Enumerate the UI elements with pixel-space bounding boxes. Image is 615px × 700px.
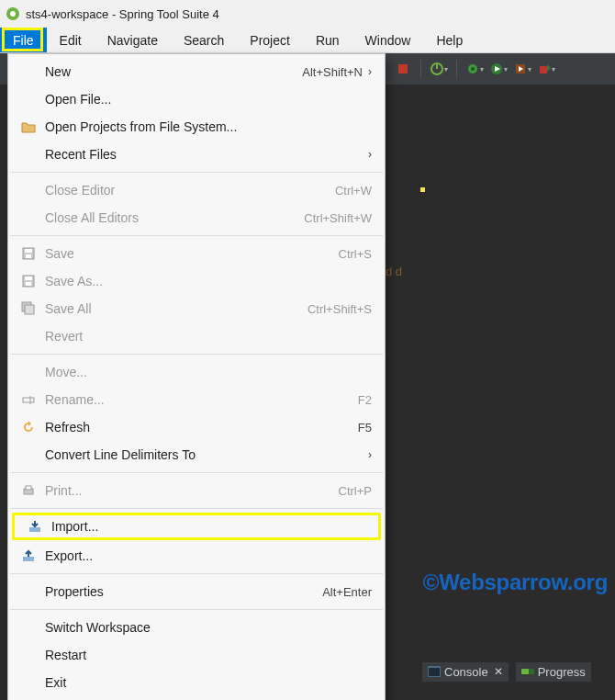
editor-hint-text: d d — [386, 265, 402, 278]
toolbar-separator — [420, 60, 421, 78]
svg-rect-16 — [521, 669, 529, 674]
menu-item-label: Save As... — [45, 274, 372, 288]
menu-item-label: New — [45, 64, 302, 79]
menu-item-switch-workspace[interactable]: Switch Workspace — [8, 614, 385, 641]
rename-icon — [17, 392, 39, 407]
saveall-icon — [17, 301, 39, 316]
external-tools-icon[interactable]: ▾ — [536, 59, 556, 79]
svg-marker-12 — [547, 64, 551, 72]
app-icon — [6, 6, 20, 21]
svg-point-6 — [471, 67, 475, 71]
menu-item-export[interactable]: Export... — [8, 542, 385, 570]
save-icon — [17, 274, 39, 288]
menu-item-revert: Revert — [8, 322, 385, 350]
menu-bar: File Edit Navigate Search Project Run Wi… — [0, 28, 615, 53]
menu-item-accelerator: Ctrl+S — [339, 247, 372, 261]
svg-rect-2 — [398, 64, 408, 73]
menu-project[interactable]: Project — [237, 28, 303, 52]
run-icon[interactable]: ▾ — [488, 59, 509, 79]
menu-item-label: Save All — [45, 301, 308, 316]
toolbar-separator — [456, 60, 457, 78]
menu-item-exit[interactable]: Exit — [8, 669, 385, 696]
menu-item-label: Revert — [45, 329, 372, 344]
menu-item-label: Refresh — [45, 420, 358, 435]
title-bar: sts4-workspace - Spring Tool Suite 4 — [0, 0, 615, 28]
svg-rect-22 — [26, 282, 31, 286]
submenu-arrow-icon: › — [368, 65, 372, 78]
menu-item-open-projects-from-file-system[interactable]: Open Projects from File System... — [8, 113, 385, 141]
menu-item-accelerator: Alt+Shift+N — [302, 65, 363, 79]
menu-item-label: Close Editor — [45, 183, 335, 198]
svg-rect-28 — [26, 486, 31, 490]
svg-rect-11 — [540, 66, 547, 73]
folder-icon — [17, 120, 39, 133]
file-dropdown: NewAlt+Shift+N›Open File...Open Projects… — [7, 53, 386, 700]
menu-item-label: Recent Files — [45, 147, 363, 162]
menu-separator — [10, 573, 383, 574]
menu-item-label: Print... — [45, 483, 339, 498]
menu-item-recent-files[interactable]: Recent Files› — [8, 141, 385, 168]
menu-separator — [10, 609, 383, 610]
progress-icon — [521, 666, 534, 677]
console-tab[interactable]: Console ✕ — [422, 662, 509, 682]
menu-item-save: SaveCtrl+S — [8, 240, 385, 267]
console-icon — [428, 666, 441, 677]
menu-item-convert-line-delimiters-to[interactable]: Convert Line Delimiters To› — [8, 441, 385, 469]
highlight-import-item: Import... — [12, 513, 381, 540]
menu-item-accelerator: F2 — [358, 393, 372, 407]
menu-item-rename: Rename...F2 — [8, 386, 385, 413]
svg-rect-30 — [23, 557, 34, 561]
menu-item-properties[interactable]: PropertiesAlt+Enter — [8, 578, 385, 605]
close-icon[interactable]: ✕ — [494, 665, 503, 678]
menu-item-print: Print...Ctrl+P — [8, 477, 385, 504]
console-tab-label: Console — [444, 665, 488, 679]
refresh-icon — [17, 420, 39, 435]
menu-separator — [10, 354, 383, 355]
menu-run[interactable]: Run — [303, 28, 352, 52]
window-title: sts4-workspace - Spring Tool Suite 4 — [26, 7, 219, 21]
menu-window[interactable]: Window — [352, 28, 424, 52]
menu-item-label: Convert Line Delimiters To — [45, 447, 363, 462]
menu-item-restart[interactable]: Restart — [8, 641, 385, 669]
menu-help[interactable]: Help — [423, 28, 475, 52]
menu-item-label: Open Projects from File System... — [45, 119, 372, 134]
menu-item-save-all: Save AllCtrl+Shift+S — [8, 295, 385, 322]
menu-separator — [10, 472, 383, 473]
menu-item-label: Rename... — [45, 392, 358, 407]
menu-edit[interactable]: Edit — [47, 28, 95, 52]
menu-item-label: Move... — [45, 365, 372, 379]
menu-item-close-all-editors: Close All EditorsCtrl+Shift+W — [8, 204, 385, 231]
menu-search[interactable]: Search — [171, 28, 237, 52]
run-config-icon[interactable]: ▾ — [512, 59, 532, 79]
menu-item-accelerator: Ctrl+W — [335, 184, 372, 198]
menu-file[interactable]: File — [0, 28, 47, 52]
submenu-arrow-icon: › — [368, 148, 372, 161]
menu-navigate[interactable]: Navigate — [95, 28, 171, 52]
menu-item-label: Save — [45, 246, 339, 261]
boot-dashboard-icon[interactable]: ▾ — [429, 59, 449, 79]
import-icon — [24, 519, 46, 534]
stop-icon[interactable] — [393, 59, 413, 79]
menu-item-label: Properties — [45, 584, 322, 599]
save-icon — [17, 246, 39, 261]
menu-item-label: Restart — [45, 648, 372, 662]
debug-icon[interactable]: ▾ — [464, 59, 485, 79]
menu-item-accelerator: Ctrl+Shift+W — [304, 211, 372, 225]
export-icon — [17, 548, 39, 563]
svg-rect-24 — [25, 305, 34, 314]
svg-rect-21 — [25, 277, 32, 280]
editor-caret — [420, 187, 425, 192]
menu-item-close-editor: Close EditorCtrl+W — [8, 176, 385, 204]
menu-separator — [10, 508, 383, 509]
menu-item-new[interactable]: NewAlt+Shift+N› — [8, 58, 385, 85]
menu-item-accelerator: Alt+Enter — [322, 585, 372, 599]
menu-item-import[interactable]: Import... — [15, 515, 378, 537]
progress-tab[interactable]: Progress — [516, 662, 591, 682]
menu-separator — [10, 235, 383, 236]
print-icon — [17, 483, 39, 498]
menu-item-refresh[interactable]: RefreshF5 — [8, 413, 385, 441]
menu-item-open-file[interactable]: Open File... — [8, 85, 385, 113]
svg-rect-19 — [26, 254, 31, 258]
menu-separator — [10, 172, 383, 173]
menu-item-label: Close All Editors — [45, 210, 304, 225]
